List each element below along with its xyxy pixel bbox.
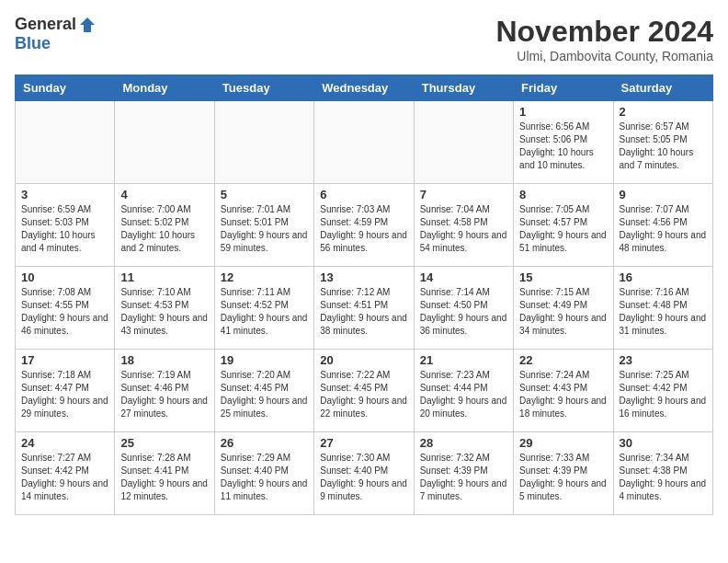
- day-number: 21: [420, 353, 507, 367]
- calendar-day-cell: [115, 101, 214, 184]
- calendar-day-cell: 20Sunrise: 7:22 AM Sunset: 4:45 PM Dayli…: [314, 350, 414, 432]
- day-info: Sunrise: 7:27 AM Sunset: 4:42 PM Dayligh…: [21, 452, 108, 503]
- calendar-week-row: 1Sunrise: 6:56 AM Sunset: 5:06 PM Daylig…: [16, 101, 713, 184]
- calendar-day-header: Saturday: [613, 75, 712, 101]
- calendar-day-cell: 19Sunrise: 7:20 AM Sunset: 4:45 PM Dayli…: [214, 350, 313, 432]
- calendar-day-cell: 28Sunrise: 7:32 AM Sunset: 4:39 PM Dayli…: [414, 432, 513, 515]
- day-info: Sunrise: 7:34 AM Sunset: 4:38 PM Dayligh…: [620, 452, 707, 503]
- day-number: 9: [620, 188, 707, 201]
- day-number: 2: [620, 105, 707, 119]
- calendar-day-cell: 17Sunrise: 7:18 AM Sunset: 4:47 PM Dayli…: [16, 350, 115, 432]
- day-info: Sunrise: 7:29 AM Sunset: 4:40 PM Dayligh…: [221, 452, 308, 503]
- day-number: 29: [519, 436, 607, 450]
- day-number: 28: [420, 436, 507, 450]
- day-info: Sunrise: 7:19 AM Sunset: 4:46 PM Dayligh…: [120, 369, 208, 420]
- calendar-day-cell: [314, 101, 414, 184]
- calendar-day-header: Friday: [514, 75, 613, 101]
- day-number: 20: [320, 353, 407, 367]
- calendar-day-header: Wednesday: [314, 75, 414, 101]
- day-info: Sunrise: 6:56 AM Sunset: 5:06 PM Dayligh…: [519, 121, 607, 172]
- day-info: Sunrise: 7:16 AM Sunset: 4:48 PM Dayligh…: [620, 286, 707, 338]
- day-info: Sunrise: 7:00 AM Sunset: 5:02 PM Dayligh…: [120, 203, 208, 255]
- day-number: 22: [519, 353, 607, 367]
- calendar-day-cell: 8Sunrise: 7:05 AM Sunset: 4:57 PM Daylig…: [514, 184, 613, 267]
- calendar-day-cell: 21Sunrise: 7:23 AM Sunset: 4:44 PM Dayli…: [414, 350, 513, 432]
- day-info: Sunrise: 7:25 AM Sunset: 4:42 PM Dayligh…: [620, 369, 707, 420]
- calendar-day-cell: 2Sunrise: 6:57 AM Sunset: 5:05 PM Daylig…: [613, 101, 712, 184]
- day-number: 16: [620, 270, 707, 284]
- calendar-week-row: 17Sunrise: 7:18 AM Sunset: 4:47 PM Dayli…: [16, 350, 713, 432]
- day-info: Sunrise: 7:03 AM Sunset: 4:59 PM Dayligh…: [320, 203, 407, 255]
- calendar-day-cell: [16, 101, 115, 184]
- day-number: 27: [320, 436, 407, 450]
- title-area: November 2024 Ulmi, Dambovita County, Ro…: [495, 15, 713, 63]
- day-info: Sunrise: 7:24 AM Sunset: 4:43 PM Dayligh…: [519, 369, 607, 420]
- day-number: 23: [620, 353, 707, 367]
- calendar-day-cell: 10Sunrise: 7:08 AM Sunset: 4:55 PM Dayli…: [16, 267, 115, 350]
- day-number: 25: [120, 436, 208, 450]
- day-number: 3: [21, 188, 108, 201]
- calendar-day-cell: 7Sunrise: 7:04 AM Sunset: 4:58 PM Daylig…: [414, 184, 513, 267]
- day-number: 30: [620, 436, 707, 450]
- calendar-day-cell: 12Sunrise: 7:11 AM Sunset: 4:52 PM Dayli…: [214, 267, 313, 350]
- day-info: Sunrise: 7:30 AM Sunset: 4:40 PM Dayligh…: [320, 452, 407, 503]
- day-info: Sunrise: 7:07 AM Sunset: 4:56 PM Dayligh…: [620, 203, 707, 255]
- day-info: Sunrise: 7:15 AM Sunset: 4:49 PM Dayligh…: [519, 286, 607, 338]
- logo-icon: [78, 16, 97, 34]
- day-info: Sunrise: 7:11 AM Sunset: 4:52 PM Dayligh…: [221, 286, 308, 338]
- day-info: Sunrise: 6:59 AM Sunset: 5:03 PM Dayligh…: [21, 203, 108, 255]
- day-number: 10: [21, 270, 108, 284]
- calendar-day-cell: 13Sunrise: 7:12 AM Sunset: 4:51 PM Dayli…: [314, 267, 414, 350]
- calendar-day-cell: [414, 101, 513, 184]
- day-number: 6: [320, 188, 407, 201]
- calendar-day-cell: 27Sunrise: 7:30 AM Sunset: 4:40 PM Dayli…: [314, 432, 414, 515]
- day-info: Sunrise: 7:05 AM Sunset: 4:57 PM Dayligh…: [519, 203, 607, 255]
- day-info: Sunrise: 7:28 AM Sunset: 4:41 PM Dayligh…: [120, 452, 208, 503]
- day-info: Sunrise: 7:33 AM Sunset: 4:39 PM Dayligh…: [519, 452, 607, 503]
- calendar-day-cell: 1Sunrise: 6:56 AM Sunset: 5:06 PM Daylig…: [514, 101, 613, 184]
- day-info: Sunrise: 7:32 AM Sunset: 4:39 PM Dayligh…: [420, 452, 507, 503]
- calendar-day-cell: 11Sunrise: 7:10 AM Sunset: 4:53 PM Dayli…: [115, 267, 214, 350]
- calendar-day-cell: 16Sunrise: 7:16 AM Sunset: 4:48 PM Dayli…: [613, 267, 712, 350]
- day-number: 17: [21, 353, 108, 367]
- calendar-day-cell: 6Sunrise: 7:03 AM Sunset: 4:59 PM Daylig…: [314, 184, 414, 267]
- calendar-day-cell: 22Sunrise: 7:24 AM Sunset: 4:43 PM Dayli…: [514, 350, 613, 432]
- calendar-day-header: Thursday: [414, 75, 513, 101]
- day-info: Sunrise: 7:01 AM Sunset: 5:01 PM Dayligh…: [221, 203, 308, 255]
- day-info: Sunrise: 7:18 AM Sunset: 4:47 PM Dayligh…: [21, 369, 108, 420]
- day-number: 14: [420, 270, 507, 284]
- logo-general-text: General: [15, 15, 76, 34]
- calendar-day-cell: 18Sunrise: 7:19 AM Sunset: 4:46 PM Dayli…: [115, 350, 214, 432]
- location-text: Ulmi, Dambovita County, Romania: [495, 49, 713, 63]
- day-number: 18: [120, 353, 208, 367]
- calendar-day-cell: 24Sunrise: 7:27 AM Sunset: 4:42 PM Dayli…: [16, 432, 115, 515]
- calendar-day-cell: 9Sunrise: 7:07 AM Sunset: 4:56 PM Daylig…: [613, 184, 712, 267]
- day-number: 1: [519, 105, 607, 119]
- logo: General Blue: [15, 15, 97, 53]
- calendar-day-cell: 25Sunrise: 7:28 AM Sunset: 4:41 PM Dayli…: [115, 432, 214, 515]
- page-header: General Blue November 2024 Ulmi, Dambovi…: [15, 15, 713, 63]
- day-number: 7: [420, 188, 507, 201]
- day-number: 4: [120, 188, 208, 201]
- calendar-day-header: Tuesday: [214, 75, 313, 101]
- calendar-week-row: 3Sunrise: 6:59 AM Sunset: 5:03 PM Daylig…: [16, 184, 713, 267]
- calendar-week-row: 10Sunrise: 7:08 AM Sunset: 4:55 PM Dayli…: [16, 267, 713, 350]
- day-info: Sunrise: 7:20 AM Sunset: 4:45 PM Dayligh…: [221, 369, 308, 420]
- logo-blue-text: Blue: [15, 34, 51, 53]
- calendar-day-header: Monday: [115, 75, 214, 101]
- day-number: 24: [21, 436, 108, 450]
- calendar-table: SundayMondayTuesdayWednesdayThursdayFrid…: [15, 75, 713, 515]
- calendar-header-row: SundayMondayTuesdayWednesdayThursdayFrid…: [16, 75, 713, 101]
- day-number: 26: [221, 436, 308, 450]
- day-number: 19: [221, 353, 308, 367]
- calendar-day-cell: 15Sunrise: 7:15 AM Sunset: 4:49 PM Dayli…: [514, 267, 613, 350]
- day-info: Sunrise: 6:57 AM Sunset: 5:05 PM Dayligh…: [620, 121, 707, 172]
- calendar-day-cell: 14Sunrise: 7:14 AM Sunset: 4:50 PM Dayli…: [414, 267, 513, 350]
- calendar-week-row: 24Sunrise: 7:27 AM Sunset: 4:42 PM Dayli…: [16, 432, 713, 515]
- calendar-day-header: Sunday: [16, 75, 115, 101]
- day-number: 5: [221, 188, 308, 201]
- day-number: 12: [221, 270, 308, 284]
- calendar-day-cell: 3Sunrise: 6:59 AM Sunset: 5:03 PM Daylig…: [16, 184, 115, 267]
- day-info: Sunrise: 7:08 AM Sunset: 4:55 PM Dayligh…: [21, 286, 108, 338]
- day-number: 15: [519, 270, 607, 284]
